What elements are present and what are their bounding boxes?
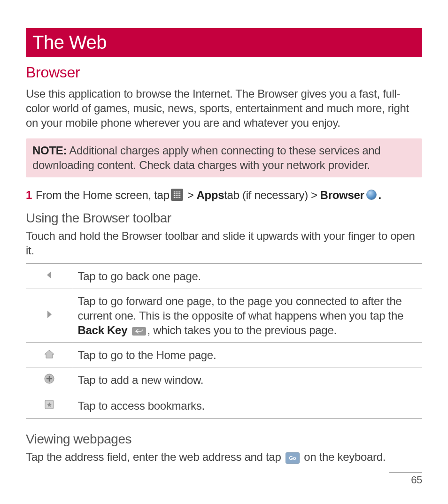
svg-point-2 bbox=[177, 191, 178, 193]
note-label: NOTE: bbox=[32, 144, 67, 157]
viewing-a: Tap the address field, enter the web add… bbox=[26, 451, 284, 463]
table-row: Tap to go to the Home page. bbox=[26, 343, 422, 367]
svg-point-10 bbox=[177, 195, 178, 197]
toolbar-table: Tap to go back one page. Tap to go forwa… bbox=[26, 263, 422, 418]
subheading-viewing: Viewing webpages bbox=[26, 431, 422, 448]
step-text-1: From the Home screen, tap bbox=[36, 188, 170, 202]
step-number: 1 bbox=[26, 188, 32, 202]
icon-cell bbox=[26, 289, 73, 343]
svg-point-1 bbox=[175, 191, 177, 193]
apps-label: Apps bbox=[196, 188, 224, 202]
section-heading-browser: Browser bbox=[26, 63, 422, 83]
row-desc: Tap to add a new window. bbox=[73, 367, 422, 393]
subheading-toolbar: Using the Browser toolbar bbox=[26, 210, 422, 227]
apps-grid-icon bbox=[171, 189, 183, 201]
breadcrumb-separator: > bbox=[311, 188, 317, 202]
row-desc: Tap to go forward one page, to the page … bbox=[73, 289, 422, 343]
svg-point-4 bbox=[173, 193, 175, 195]
svg-point-8 bbox=[173, 195, 175, 197]
back-key-icon bbox=[132, 327, 146, 336]
fwd-text-b: , which takes you to the previous page. bbox=[147, 324, 337, 336]
intro-paragraph: Use this application to browse the Inter… bbox=[26, 86, 422, 130]
browser-label: Browser bbox=[320, 188, 364, 202]
svg-point-13 bbox=[175, 197, 177, 199]
toolbar-subtext: Touch and hold the Browser toolbar and s… bbox=[26, 229, 422, 258]
icon-cell bbox=[26, 393, 73, 418]
step-dot: . bbox=[378, 188, 381, 202]
viewing-text: Tap the address field, enter the web add… bbox=[26, 450, 422, 464]
step-1: 1 From the Home screen, tap > Apps tab (… bbox=[26, 188, 422, 202]
home-icon bbox=[41, 347, 57, 360]
step-text-2: tab (if necessary) bbox=[224, 188, 308, 202]
go-key-icon: Go bbox=[286, 452, 300, 464]
back-arrow-icon bbox=[41, 268, 57, 282]
viewing-b: on the keyboard. bbox=[301, 451, 386, 463]
icon-cell bbox=[26, 343, 73, 367]
back-bold: Back bbox=[78, 324, 104, 336]
svg-point-6 bbox=[177, 193, 178, 195]
icon-cell bbox=[26, 367, 73, 393]
table-row: Tap to access bookmarks. bbox=[26, 393, 422, 418]
svg-point-14 bbox=[177, 197, 178, 199]
svg-point-15 bbox=[179, 197, 180, 199]
note-text: Additional charges apply when connecting… bbox=[32, 144, 380, 171]
svg-point-5 bbox=[175, 193, 177, 195]
globe-icon bbox=[366, 190, 377, 200]
table-row: Tap to add a new window. bbox=[26, 367, 422, 393]
svg-point-7 bbox=[179, 193, 180, 195]
fwd-text-a: Tap to go forward one page, to the page … bbox=[78, 295, 404, 322]
svg-point-0 bbox=[173, 191, 175, 193]
breadcrumb-separator: > bbox=[187, 188, 194, 202]
page-number: 65 bbox=[389, 473, 422, 487]
bookmarks-icon bbox=[41, 398, 57, 411]
chapter-banner: The Web bbox=[26, 28, 422, 57]
svg-point-3 bbox=[179, 191, 180, 193]
table-row: Tap to go back one page. bbox=[26, 264, 422, 289]
row-desc: Tap to go back one page. bbox=[73, 264, 422, 289]
row-desc: Tap to access bookmarks. bbox=[73, 393, 422, 418]
svg-point-11 bbox=[179, 195, 180, 197]
page-footer: 65 bbox=[389, 472, 422, 487]
key-bold: Key bbox=[107, 324, 127, 336]
table-row: Tap to go forward one page, to the page … bbox=[26, 289, 422, 343]
svg-point-12 bbox=[173, 197, 175, 199]
note-box: NOTE: Additional charges apply when conn… bbox=[26, 138, 422, 177]
row-desc: Tap to go to the Home page. bbox=[73, 343, 422, 367]
icon-cell bbox=[26, 264, 73, 289]
svg-point-9 bbox=[175, 195, 177, 197]
footer-rule bbox=[389, 472, 422, 473]
add-window-icon bbox=[41, 372, 57, 385]
forward-arrow-icon bbox=[41, 308, 57, 321]
